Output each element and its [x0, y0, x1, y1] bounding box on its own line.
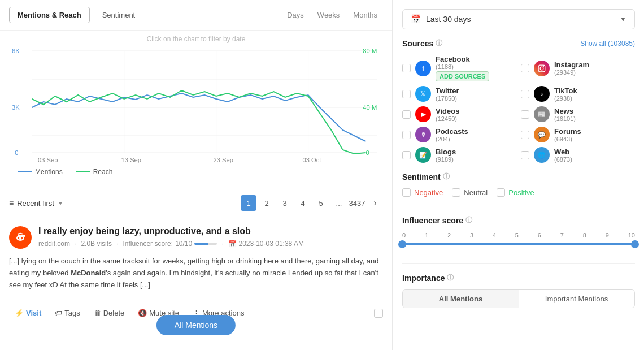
chart-svg[interactable]: 6K 3K 0 80 M 40 M 0 03 Sep 13 Sep 23 Sep… [9, 45, 383, 164]
influencer-section: Influencer score ⓘ 0 1 2 3 4 5 6 7 8 9 1… [402, 215, 635, 264]
source-podcasts-count: (204) [436, 136, 468, 142]
negative-label: Negative [414, 188, 443, 197]
tags-button[interactable]: 🏷 Tags [49, 306, 85, 320]
score-tick-8: 8 [583, 232, 586, 239]
source-web-checkbox[interactable] [521, 151, 529, 159]
sort-button[interactable]: ≡ Recent first ▼ [9, 198, 63, 208]
score-fill [402, 243, 635, 245]
influencer-slider[interactable] [402, 243, 635, 254]
page-2[interactable]: 2 [259, 195, 275, 211]
date-tab-days[interactable]: Days [281, 8, 310, 21]
add-sources-button[interactable]: ADD SOURCES [436, 71, 489, 81]
page-3[interactable]: 3 [277, 195, 293, 211]
source-blogs-count: (9189) [436, 156, 456, 163]
mention-content: I really enjoy being lazy, unproductive,… [38, 226, 383, 248]
source-web-count: (6873) [554, 156, 572, 163]
source-web-name: Web [554, 148, 572, 156]
page-last[interactable]: 3437 [349, 195, 365, 211]
source-podcasts-checkbox[interactable] [402, 131, 411, 139]
meta-dot-1: · [75, 240, 76, 248]
score-thumb-left[interactable] [398, 240, 406, 248]
source-facebook: f Facebook (1188) ADD SOURCES [402, 55, 516, 81]
visit-label: Visit [26, 309, 41, 317]
legend-mentions: Mentions [18, 168, 63, 176]
legend-mentions-label: Mentions [35, 168, 63, 176]
svg-text:03 Oct: 03 Oct [302, 157, 321, 163]
source-forums: 💬 Forums (6943) [521, 127, 635, 142]
date-picker[interactable]: 📅 Last 30 days ▼ [402, 9, 635, 29]
delete-label: Delete [103, 309, 125, 317]
sort-bar: ≡ Recent first ▼ 1 2 3 4 5 ... 3437 › [0, 189, 392, 217]
source-forums-checkbox[interactable] [521, 131, 529, 139]
svg-point-26 [540, 67, 543, 70]
chart-legend: Mentions Reach [9, 166, 383, 180]
sources-total: (103085) [608, 40, 635, 47]
source-tiktok-checkbox[interactable] [521, 90, 529, 98]
source-news-checkbox[interactable] [521, 110, 529, 119]
negative-checkbox[interactable] [402, 188, 411, 197]
source-instagram-checkbox[interactable] [521, 64, 529, 72]
show-all-button[interactable]: Show all (103085) [580, 40, 635, 47]
svg-text:0: 0 [365, 149, 369, 156]
date-tabs: Days Weeks Months [281, 8, 383, 21]
chart-header: Mentions & Reach Sentiment Days Weeks Mo… [0, 0, 392, 31]
source-tiktok-info: TikTok (2938) [554, 87, 577, 102]
meta-date: 📅 2023-10-03 01:38 AM [228, 240, 304, 248]
sentiment-neutral[interactable]: Neutral [452, 188, 488, 197]
delete-button[interactable]: 🗑 Delete [88, 306, 130, 320]
mention-select-checkbox[interactable] [374, 309, 383, 318]
importance-tab-all[interactable]: All Mentions [403, 290, 519, 308]
source-web: 🌐 Web (6873) [521, 147, 635, 163]
score-tick-4: 4 [493, 232, 496, 239]
source-twitter-checkbox[interactable] [402, 90, 411, 98]
importance-tab-important[interactable]: Important Mentions [519, 290, 634, 308]
source-tiktok: ♪ TikTok (2938) [521, 86, 635, 102]
score-tick-1: 1 [425, 232, 428, 239]
influencer-title: Influencer score ⓘ [402, 215, 472, 225]
source-facebook-count: (1188) [436, 63, 489, 70]
facebook-icon: f [415, 61, 431, 76]
date-tab-months[interactable]: Months [347, 8, 383, 21]
page-next-btn[interactable]: › [367, 195, 383, 211]
source-facebook-checkbox[interactable] [402, 64, 411, 72]
svg-text:0: 0 [15, 149, 18, 156]
source-blogs-checkbox[interactable] [402, 151, 411, 159]
svg-text:23 Sep: 23 Sep [214, 157, 233, 163]
source-twitter: 𝕏 Twitter (17850) [402, 86, 516, 102]
date-picker-left: 📅 Last 30 days [411, 14, 471, 24]
all-mentions-overlay[interactable]: All Mentions [156, 315, 236, 335]
mute-icon: 🔇 [138, 309, 147, 317]
page-5[interactable]: 5 [313, 195, 329, 211]
sentiment-positive[interactable]: Positive [497, 188, 534, 197]
page-4[interactable]: 4 [295, 195, 311, 211]
date-tab-weeks[interactable]: Weeks [312, 8, 346, 21]
positive-checkbox[interactable] [497, 188, 505, 197]
source-videos-checkbox[interactable] [402, 110, 411, 119]
date-picker-label: Last 30 days [426, 15, 471, 24]
blogs-icon: 📝 [415, 147, 431, 163]
score-thumb-right[interactable] [631, 240, 639, 248]
mention-list-area: I really enjoy being lazy, unproductive,… [0, 217, 392, 350]
source-forums-info: Forums (6943) [554, 127, 581, 142]
source-instagram-name: Instagram [554, 61, 589, 69]
neutral-checkbox[interactable] [452, 188, 460, 197]
chart-hint: Click on the chart to filter by date [9, 35, 383, 43]
sentiment-info-icon: ⓘ [443, 172, 450, 182]
svg-text:3K: 3K [12, 104, 20, 111]
calendar-icon: 📅 [411, 14, 421, 24]
page-1[interactable]: 1 [241, 195, 256, 211]
meta-dot-3: · [221, 240, 223, 248]
score-tick-9: 9 [606, 232, 609, 239]
mention-card: I really enjoy being lazy, unproductive,… [0, 217, 392, 329]
source-news: 📰 News (16101) [521, 106, 635, 122]
visit-button[interactable]: ⚡ Visit [9, 306, 47, 320]
score-tick-5: 5 [515, 232, 519, 239]
svg-point-27 [543, 66, 544, 67]
calendar-icon-small: 📅 [228, 240, 237, 248]
forums-icon: 💬 [534, 127, 550, 142]
tab-mentions-reach[interactable]: Mentions & Reach [9, 7, 90, 23]
sentiment-negative[interactable]: Negative [402, 188, 443, 197]
tab-sentiment[interactable]: Sentiment [94, 7, 143, 23]
source-news-name: News [554, 107, 576, 115]
mention-body: [...] lying on the couch in the same tra… [9, 256, 383, 291]
